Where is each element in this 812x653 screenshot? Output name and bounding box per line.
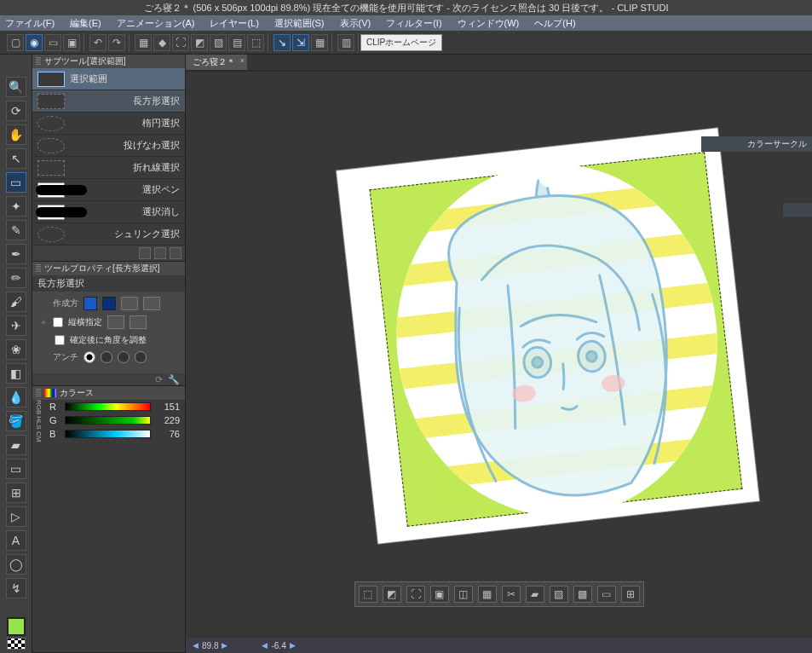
tool-brush[interactable]: 🖌 [6, 292, 26, 312]
menu-window[interactable]: ウィンドウ(W) [458, 17, 520, 30]
mode-new-icon[interactable] [84, 297, 97, 310]
mode-int-icon[interactable] [143, 297, 160, 310]
mode-sub-icon[interactable] [121, 297, 138, 310]
tool-airbrush[interactable]: ✈ [6, 315, 26, 336]
zoom-value[interactable]: 89.8 [202, 641, 218, 650]
angle-checkbox[interactable] [55, 335, 65, 345]
fill-icon[interactable]: ◆ [153, 34, 170, 51]
aa-weak-icon[interactable] [101, 351, 112, 363]
mode-add-icon[interactable] [102, 297, 116, 310]
subtool-selection-erase[interactable]: 選択消し [32, 201, 185, 223]
expand-icon[interactable]: ⛶ [406, 586, 425, 603]
pattern-swatch[interactable] [7, 638, 26, 650]
rotation-value[interactable]: -6.4 [271, 641, 285, 650]
color-circle-tab[interactable]: カラーサークル [701, 136, 812, 152]
dup-subtool-icon[interactable] [154, 247, 166, 259]
subtool-group[interactable]: 選択範囲 [32, 68, 185, 90]
crop-icon[interactable]: ▤ [228, 34, 245, 51]
chevron-right-icon[interactable]: ▶ [222, 641, 227, 650]
tool-marquee[interactable]: ▭ [6, 172, 26, 193]
r-value[interactable]: 151 [156, 402, 180, 412]
tool-frame[interactable]: ⊞ [6, 483, 26, 503]
menu-layer[interactable]: レイヤー(L) [210, 17, 258, 30]
menu-edit[interactable]: 編集(E) [70, 17, 101, 30]
chevron-left-icon[interactable]: ◀ [262, 641, 268, 650]
tone-icon2[interactable]: ▩ [573, 586, 592, 603]
mode-rgb[interactable]: RGB [35, 400, 43, 414]
menu-view[interactable]: 表示(V) [340, 17, 371, 30]
menu-selection[interactable]: 選択範囲(S) [274, 17, 325, 30]
mode-hls[interactable]: HLS [35, 416, 43, 430]
clear-icon[interactable]: ▦ [135, 34, 152, 51]
erase-out-icon[interactable]: ◫ [454, 586, 473, 603]
g-value[interactable]: 229 [156, 415, 180, 425]
workspace-icon[interactable]: ▥ [337, 34, 354, 51]
r-slider[interactable] [65, 402, 151, 411]
color-panel-header[interactable]: カラース [32, 386, 185, 400]
open-icon[interactable]: ▭ [44, 34, 61, 51]
collapsed-panel-stub[interactable] [783, 203, 812, 217]
snap-grid-icon[interactable]: ▦ [311, 34, 328, 51]
document-tab[interactable]: ごろ寝２＊ × [186, 55, 248, 70]
clip-homepage-button[interactable]: CLIPホームページ [360, 34, 442, 51]
aspect-opt2-icon[interactable] [130, 315, 147, 329]
tool-correct[interactable]: ↯ [6, 578, 26, 598]
reset-icon[interactable]: ⟳ [155, 374, 163, 385]
tool-deco[interactable]: ❀ [6, 339, 26, 360]
chevron-right-icon[interactable]: ▶ [290, 641, 296, 650]
subtool-polyline[interactable]: 折れ線選択 [32, 157, 185, 179]
b-value[interactable]: 76 [156, 429, 180, 439]
tool-text[interactable]: A [6, 530, 26, 551]
close-icon[interactable]: × [240, 56, 245, 65]
aa-mid-icon[interactable] [118, 351, 130, 363]
undo-icon[interactable]: ↶ [89, 34, 107, 51]
menu-animation[interactable]: アニメーション(A) [117, 17, 195, 30]
tool-operation[interactable]: ↖ [6, 148, 26, 169]
redo-icon[interactable]: ↷ [108, 34, 125, 51]
menu-file[interactable]: ファイル(F) [5, 17, 55, 30]
tool-eraser[interactable]: ◧ [6, 363, 26, 384]
transform-icon[interactable]: ⊞ [621, 586, 640, 603]
erase-in-icon[interactable]: ▦ [478, 586, 497, 603]
subtool-selection-pen[interactable]: 選択ペン [32, 179, 185, 201]
new-icon[interactable]: ▢ [7, 34, 24, 51]
tool-fill[interactable]: 🪣 [6, 411, 26, 431]
swirl-icon[interactable]: ◉ [26, 34, 43, 51]
tool-wand[interactable]: ✦ [6, 196, 26, 217]
subtool-lasso[interactable]: 投げなわ選択 [32, 135, 185, 157]
mode-cmyk[interactable]: CM [35, 431, 43, 442]
b-slider[interactable] [65, 430, 151, 438]
chevron-left-icon[interactable]: ◀ [193, 641, 199, 650]
deselect-icon[interactable]: ⬚ [359, 586, 377, 603]
shrink-icon2[interactable]: ▣ [430, 586, 449, 603]
newlayer-icon[interactable]: ▧ [550, 586, 568, 603]
menu-filter[interactable]: フィルター(I) [386, 17, 441, 30]
tool-gradient[interactable]: ▰ [6, 435, 26, 455]
tool-figure[interactable]: ▭ [6, 459, 26, 479]
aspect-checkbox[interactable] [53, 317, 63, 327]
bucket-icon[interactable]: ▨ [210, 34, 227, 51]
save-icon[interactable]: ▣ [63, 34, 80, 51]
tool-ruler[interactable]: ▷ [6, 506, 26, 527]
snap-special-icon[interactable]: ⇲ [292, 34, 309, 51]
fill-sel-icon[interactable]: ▰ [526, 586, 544, 603]
menu-help[interactable]: ヘルプ(H) [534, 17, 575, 30]
canvas[interactable] [337, 128, 759, 543]
g-slider[interactable] [65, 416, 151, 425]
selall-icon[interactable]: ⬚ [247, 34, 264, 51]
tool-property-header[interactable]: ツールプロパティ[長方形選択] [32, 262, 185, 275]
foreground-color-swatch[interactable] [7, 617, 26, 636]
subtool-ellipse[interactable]: 楕円選択 [32, 113, 185, 135]
del-subtool-icon[interactable] [170, 247, 181, 259]
aa-none-icon[interactable] [84, 351, 95, 363]
subtool-shrink[interactable]: シュリンク選択 [32, 223, 185, 246]
canvas-area[interactable]: ⬚ ◩ ⛶ ▣ ◫ ▦ ✂ ▰ ▧ ▩ ▭ ⊞ [186, 72, 812, 638]
tool-magnify[interactable]: 🔍 [6, 77, 26, 97]
tool-pencil[interactable]: ✏ [6, 268, 26, 288]
wrench-icon[interactable]: 🔧 [168, 374, 180, 385]
aa-strong-icon[interactable] [135, 351, 147, 363]
move-sel-icon[interactable]: ▭ [597, 586, 616, 603]
aspect-opt-icon[interactable] [107, 315, 124, 329]
invert-icon[interactable]: ◩ [383, 586, 401, 603]
scale-icon[interactable]: ⛶ [172, 34, 189, 51]
